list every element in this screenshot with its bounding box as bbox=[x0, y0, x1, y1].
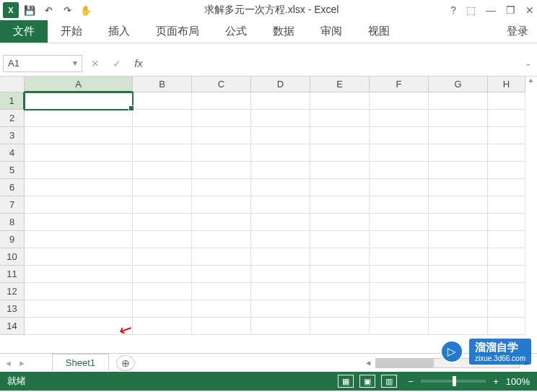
cell[interactable] bbox=[25, 162, 133, 179]
row-header[interactable]: 3 bbox=[0, 127, 25, 144]
row-header[interactable]: 4 bbox=[0, 144, 25, 162]
hscroll-thumb[interactable] bbox=[376, 359, 434, 367]
cell[interactable] bbox=[133, 214, 192, 231]
row-header[interactable]: 1 bbox=[0, 92, 25, 110]
cell[interactable] bbox=[488, 283, 525, 300]
row-header[interactable]: 2 bbox=[0, 110, 25, 127]
cell[interactable] bbox=[133, 318, 192, 335]
cell[interactable] bbox=[251, 214, 310, 231]
touch-mode-icon[interactable]: ✋ bbox=[79, 4, 92, 17]
cell[interactable] bbox=[488, 248, 525, 266]
cell[interactable] bbox=[370, 283, 429, 300]
cell[interactable] bbox=[429, 300, 488, 318]
cell[interactable] bbox=[251, 92, 310, 110]
tab-view[interactable]: 视图 bbox=[355, 20, 403, 43]
formula-cancel-icon[interactable]: ✕ bbox=[85, 55, 105, 72]
save-icon[interactable]: 💾 bbox=[23, 4, 36, 17]
cell[interactable] bbox=[25, 318, 133, 335]
cell[interactable] bbox=[25, 248, 133, 266]
cell[interactable] bbox=[310, 300, 370, 318]
sheet-tab-active[interactable]: Sheet1 bbox=[52, 354, 109, 371]
cell[interactable] bbox=[133, 127, 192, 144]
row-header[interactable]: 9 bbox=[0, 231, 25, 248]
page-layout-view-icon[interactable]: ▣ bbox=[359, 375, 375, 388]
cell[interactable] bbox=[370, 266, 429, 283]
name-box[interactable]: A1 ▼ bbox=[3, 55, 82, 72]
cell[interactable] bbox=[370, 127, 429, 144]
cell[interactable] bbox=[25, 144, 133, 162]
cell[interactable] bbox=[192, 214, 251, 231]
cell[interactable] bbox=[192, 179, 251, 196]
cell[interactable] bbox=[25, 127, 133, 144]
cell[interactable] bbox=[192, 162, 251, 179]
cell[interactable] bbox=[370, 179, 429, 196]
cell[interactable] bbox=[192, 248, 251, 266]
cell[interactable] bbox=[251, 144, 310, 162]
cell[interactable] bbox=[488, 318, 525, 335]
cell[interactable] bbox=[192, 92, 251, 110]
cell[interactable] bbox=[488, 196, 525, 214]
cell[interactable] bbox=[429, 162, 488, 179]
cell[interactable] bbox=[192, 283, 251, 300]
ribbon-options-icon[interactable]: ⬚ bbox=[466, 4, 476, 16]
hscroll-left-icon[interactable]: ◄ bbox=[362, 359, 374, 367]
cell[interactable] bbox=[488, 231, 525, 248]
zoom-out-icon[interactable]: − bbox=[409, 376, 414, 387]
select-all-corner[interactable] bbox=[0, 77, 25, 92]
cell[interactable] bbox=[488, 144, 525, 162]
zoom-in-icon[interactable]: + bbox=[493, 376, 499, 387]
cell[interactable] bbox=[192, 318, 251, 335]
cell[interactable] bbox=[251, 196, 310, 214]
close-icon[interactable]: ✕ bbox=[525, 4, 534, 16]
cell[interactable] bbox=[429, 283, 488, 300]
cell[interactable] bbox=[25, 179, 133, 196]
cell[interactable] bbox=[133, 179, 192, 196]
cell[interactable] bbox=[133, 248, 192, 266]
name-box-chevron-down-icon[interactable]: ▼ bbox=[71, 59, 79, 67]
cell[interactable] bbox=[429, 110, 488, 127]
hscroll-right-icon[interactable]: ► bbox=[521, 359, 533, 367]
insert-function-icon[interactable]: fx bbox=[128, 55, 149, 72]
cell[interactable] bbox=[370, 162, 429, 179]
cell[interactable] bbox=[310, 266, 370, 283]
cell[interactable] bbox=[488, 127, 525, 144]
cell[interactable] bbox=[192, 300, 251, 318]
cell[interactable] bbox=[310, 110, 370, 127]
cell[interactable] bbox=[251, 266, 310, 283]
cell[interactable] bbox=[251, 179, 310, 196]
cell[interactable] bbox=[370, 300, 429, 318]
tab-formulas[interactable]: 公式 bbox=[212, 20, 260, 43]
cell[interactable] bbox=[488, 179, 525, 196]
row-header[interactable]: 10 bbox=[0, 248, 25, 266]
tab-home[interactable]: 开始 bbox=[48, 20, 95, 43]
cell[interactable] bbox=[488, 162, 525, 179]
help-icon[interactable]: ? bbox=[450, 4, 456, 16]
cell[interactable] bbox=[488, 266, 525, 283]
cell[interactable] bbox=[192, 144, 251, 162]
restore-icon[interactable]: ❐ bbox=[506, 4, 515, 16]
hscroll-track[interactable] bbox=[375, 358, 520, 368]
tab-review[interactable]: 审阅 bbox=[307, 20, 355, 43]
cell[interactable] bbox=[488, 92, 525, 110]
cell[interactable] bbox=[310, 214, 370, 231]
row-header[interactable]: 13 bbox=[0, 300, 25, 318]
cell[interactable] bbox=[25, 283, 133, 300]
row-header[interactable]: 5 bbox=[0, 162, 25, 179]
row-header[interactable]: 11 bbox=[0, 266, 25, 283]
zoom-percent[interactable]: 100% bbox=[506, 376, 530, 387]
cell[interactable] bbox=[25, 214, 133, 231]
cell[interactable] bbox=[370, 214, 429, 231]
col-header-D[interactable]: D bbox=[251, 77, 310, 92]
cell[interactable] bbox=[251, 283, 310, 300]
formula-bar-expand-icon[interactable]: ⌄ bbox=[521, 58, 534, 68]
cell[interactable] bbox=[310, 179, 370, 196]
cell[interactable] bbox=[370, 110, 429, 127]
row-header[interactable]: 7 bbox=[0, 196, 25, 214]
cell[interactable] bbox=[488, 300, 525, 318]
col-header-G[interactable]: G bbox=[429, 77, 488, 92]
cell[interactable] bbox=[133, 300, 192, 318]
cell[interactable] bbox=[192, 266, 251, 283]
tab-insert[interactable]: 插入 bbox=[95, 20, 143, 43]
cell[interactable] bbox=[25, 92, 133, 110]
cell[interactable] bbox=[251, 300, 310, 318]
